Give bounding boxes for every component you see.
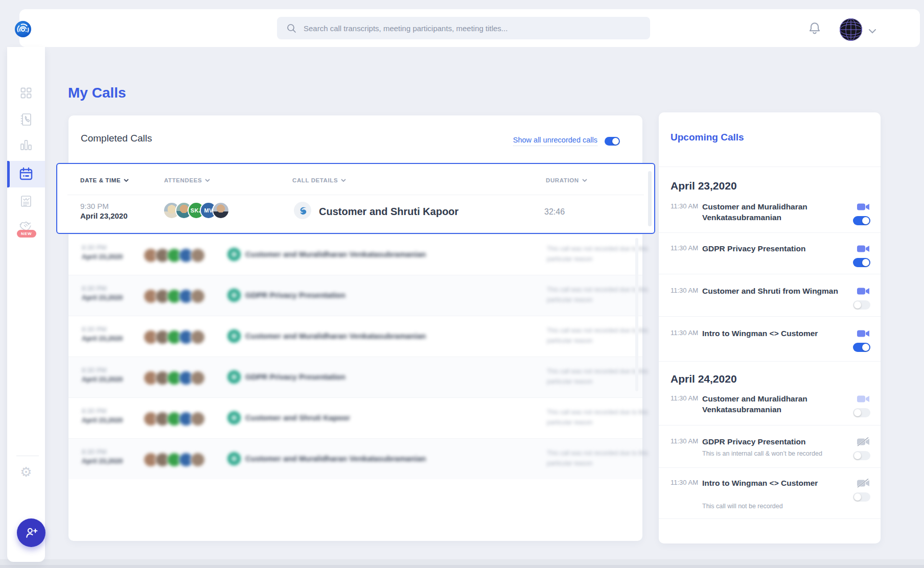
show-unrecorded-link[interactable]: Show all unrecorded calls [513, 136, 597, 146]
upcoming-call-title: Customer and Muralidharan Venkatasubrama… [702, 394, 807, 414]
upcoming-call-title: Intro to Wingman <> Customer [702, 479, 818, 487]
upcoming-call-title: GDPR Privacy Presentation [702, 437, 805, 446]
table-row[interactable]: 8:30 PM April 23,2020 Customer and Mural… [68, 438, 642, 479]
sidebar-item-analytics[interactable] [7, 133, 45, 157]
chevron-down-icon [205, 179, 210, 182]
row-attendees [143, 370, 205, 386]
divider [659, 274, 881, 274]
calendar-icon [19, 167, 33, 181]
meeting-provider-icon [227, 289, 241, 302]
upcoming-call-item[interactable]: 11:30 AM Customer and Muralidharan Venka… [671, 201, 870, 225]
table-row[interactable]: 8:30 PM April 23,2020 GDPR Privacy Prese… [68, 275, 642, 316]
recording-toggle[interactable] [853, 258, 870, 267]
row-note: This call was not recorded due to this p… [547, 366, 649, 387]
sidebar-item-my-calls[interactable] [7, 162, 45, 186]
row-time: 8:30 PM [82, 244, 106, 251]
document-check-icon [20, 195, 32, 207]
show-unrecorded-toggle[interactable] [605, 137, 620, 146]
chevron-down-icon[interactable] [869, 27, 876, 36]
upcoming-call-item[interactable]: 11:30 AM Customer and Shruti from Wingma… [671, 286, 870, 310]
app-logo-icon[interactable] [14, 20, 32, 38]
chevron-down-icon [582, 179, 587, 182]
gear-icon: ⚙ [20, 465, 32, 479]
global-search [277, 17, 650, 39]
table-row[interactable]: 8:30 PM April 23,2020 GDPR Privacy Prese… [68, 357, 642, 397]
add-person-icon [25, 526, 38, 539]
upcoming-call-item[interactable]: 11:30 AM Intro to Wingman <> Customer Th… [671, 478, 870, 510]
table-header-divider [67, 195, 644, 195]
scrollbar-thumb[interactable] [648, 171, 652, 226]
meeting-provider-icon [227, 411, 241, 424]
sidebar-item-contacts[interactable] [7, 107, 45, 132]
search-icon [286, 23, 296, 33]
row-time: 8:30 PM [82, 366, 106, 374]
row-date: April 23,2020 [82, 253, 123, 261]
video-camera-muted-icon [856, 394, 870, 404]
table-row[interactable]: 8:30 PM April 23,2020 Customer and Shrut… [68, 397, 642, 438]
add-user-button[interactable] [17, 518, 45, 547]
row-date: April 23,2020 [82, 457, 123, 465]
scrollbar-thumb[interactable] [635, 238, 638, 391]
meeting-provider-icon [227, 370, 241, 384]
video-camera-icon [856, 244, 870, 253]
row-time: 8:30 PM [82, 448, 106, 456]
upcoming-calls-panel: Upcoming Calls April 23,2020 11:30 AM Cu… [659, 112, 881, 543]
column-header-attendees[interactable]: ATTENDEES [164, 177, 210, 183]
meeting-provider-icon [294, 202, 311, 219]
column-header-call-details[interactable]: CALL DETAILS [292, 177, 346, 183]
upcoming-call-time: 11:30 AM [671, 393, 702, 417]
settings-button[interactable]: ⚙ [7, 462, 45, 482]
bar-chart-icon [20, 139, 32, 151]
recording-toggle[interactable] [853, 451, 870, 460]
video-camera-icon [856, 202, 870, 211]
dashboard-grid-icon [20, 87, 32, 99]
user-avatar[interactable] [839, 18, 863, 41]
upcoming-call-item[interactable]: 11:30 AM GDPR Privacy Presentation This … [671, 436, 870, 460]
upcoming-group-date: April 23,2020 [671, 180, 737, 192]
upcoming-call-title: Intro to Wingman <> Customer [702, 329, 818, 338]
upcoming-call-item[interactable]: 11:30 AM Customer and Muralidharan Venka… [671, 393, 870, 417]
video-camera-off-icon [856, 437, 870, 446]
upcoming-group-date: April 24,2020 [671, 373, 737, 385]
row-title: Customer and Muralidharan Venkatasubrama… [245, 332, 426, 340]
app-root: NEW ⚙ My Calls Completed Calls Show all … [0, 0, 924, 568]
notification-bell-button[interactable] [808, 21, 821, 38]
call-duration: 32:46 [544, 207, 565, 217]
divider [659, 518, 881, 519]
recording-toggle[interactable] [853, 216, 870, 225]
table-row[interactable]: 8:30 PM April 23,2020 Customer and Mural… [68, 316, 642, 357]
divider [659, 467, 881, 468]
row-time: 8:30 PM [82, 325, 106, 333]
completed-calls-title: Completed Calls [81, 133, 152, 144]
page-title: My Calls [68, 85, 126, 101]
row-note: This call was not recorded due to this p… [547, 448, 649, 468]
call-attendees: SKJ MV [163, 202, 229, 219]
sidebar-item-scorecards[interactable] [7, 189, 45, 214]
table-row[interactable]: 8:30 PM April 23,2020 Customer and Mural… [68, 234, 642, 275]
avatar [212, 202, 229, 219]
recording-toggle[interactable] [853, 408, 870, 417]
row-date: April 23,2020 [82, 416, 123, 424]
divider [659, 316, 881, 317]
call-date: April 23,2020 [80, 211, 128, 220]
chevron-down-icon [124, 179, 129, 182]
upcoming-call-item[interactable]: 11:30 AM Intro to Wingman <> Customer [671, 328, 870, 352]
phonebook-icon [20, 113, 32, 126]
row-date: April 23,2020 [82, 375, 123, 383]
column-header-date-time[interactable]: DATE & TIME [80, 177, 129, 183]
column-header-duration[interactable]: DURATION [546, 177, 587, 183]
recording-toggle[interactable] [853, 343, 870, 352]
page-bottom-edge [0, 565, 924, 568]
sidebar-item-dashboard[interactable] [7, 81, 45, 105]
upcoming-call-item[interactable]: 11:30 AM GDPR Privacy Presentation [671, 243, 870, 267]
recording-toggle[interactable] [853, 492, 870, 502]
handshake-icon [19, 221, 33, 231]
divider [659, 232, 881, 233]
call-time: 9:30 PM [80, 202, 109, 210]
divider [659, 361, 881, 362]
meeting-provider-icon [227, 329, 241, 343]
upcoming-call-time: 11:30 AM [671, 243, 702, 267]
upcoming-call-title: Customer and Shruti from Wingman [702, 287, 838, 295]
recording-toggle[interactable] [853, 300, 870, 310]
search-input[interactable] [303, 23, 632, 33]
